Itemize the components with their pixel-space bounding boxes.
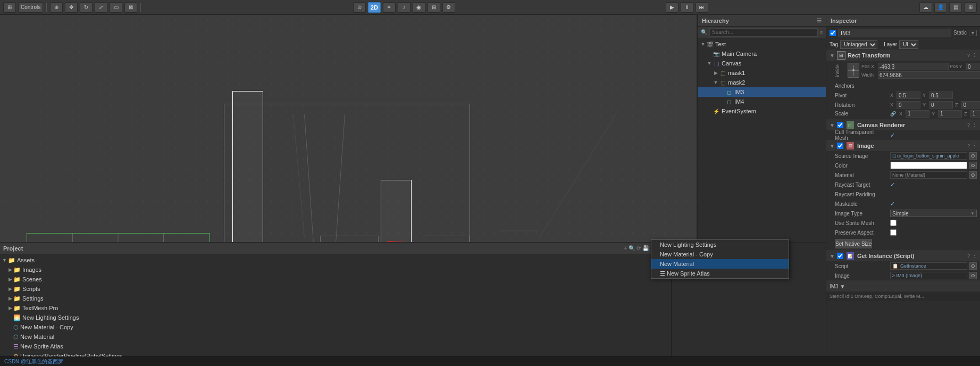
project-item-material[interactable]: ▶ ⬡ New Material [0, 332, 671, 342]
pause-btn[interactable]: ⏸ [681, 2, 693, 13]
material-picker-btn[interactable]: ⊙ [969, 171, 977, 179]
tree-item-mask2[interactable]: ▼ ⬚ mask2 [698, 78, 826, 87]
layers-btn[interactable]: ▤ [949, 2, 962, 13]
static-dropdown[interactable]: ▼ [969, 30, 977, 36]
canvas-renderer-info-btn[interactable]: ? [967, 122, 970, 128]
image-info-btn[interactable]: ? [967, 143, 970, 148]
project-item-assets[interactable]: ▼ 📁 Assets [0, 255, 671, 265]
play-btn[interactable]: ▶ [666, 2, 679, 13]
scripts-arrow[interactable]: ▶ [9, 286, 12, 292]
im3-bottom-label[interactable]: IM3 ▼ [830, 284, 845, 289]
all-btn[interactable]: ⊠ [124, 2, 137, 13]
tree-item-mask1[interactable]: ▶ ⬚ mask1 [698, 68, 826, 78]
tree-item-canvas[interactable]: ▼ ⬚ Canvas [698, 59, 826, 68]
scenes-arrow[interactable]: ▶ [9, 277, 12, 282]
mask1-rect[interactable] [27, 233, 210, 242]
scene-view[interactable]: Scene Game [0, 15, 697, 242]
settings-arrow[interactable]: ▶ [9, 296, 12, 301]
assets-arrow[interactable]: ▼ [2, 257, 7, 263]
project-item-textmesh[interactable]: ▶ 📁 TextMesh Pro [0, 303, 671, 313]
get-instance-header[interactable]: ▼ 📝 Get Instance (Script) ? ⋮ [826, 251, 980, 261]
object-active-checkbox[interactable] [830, 30, 836, 36]
hierarchy-menu-btn[interactable]: ☰ [817, 18, 822, 23]
anchor-preset-btn[interactable] [848, 63, 859, 78]
tree-item-test[interactable]: ▼ 🎬 Test [698, 39, 826, 49]
rect-transform-more-btn[interactable]: ⋮ [972, 53, 977, 58]
context-item-lighting[interactable]: New Lighting Settings [651, 240, 789, 249]
gizmos-btn[interactable]: ◉ [413, 2, 425, 13]
images-arrow[interactable]: ▶ [9, 267, 12, 272]
scale-z-field[interactable] [970, 110, 980, 118]
project-item-material-copy[interactable]: ▶ ⬡ New Material - Copy [0, 322, 671, 332]
project-item-lighting[interactable]: ▶ 🌅 New Lighting Settings [0, 313, 671, 322]
tag-dropdown[interactable]: Untagged [840, 40, 877, 49]
pivot-x-field[interactable] [897, 91, 920, 99]
hierarchy-collapse-icon[interactable]: ≡ [820, 30, 823, 35]
pivot-btn[interactable]: ⊙ [353, 2, 366, 13]
rot-x-field[interactable] [897, 101, 920, 109]
image-ref-picker-btn[interactable]: ⊙ [969, 272, 977, 279]
move-btn[interactable]: ✥ [65, 2, 78, 13]
rect-transform-info-btn[interactable]: ? [967, 53, 970, 58]
get-instance-more-btn[interactable]: ⋮ [972, 253, 977, 259]
scale-y-field[interactable] [938, 110, 962, 118]
project-sync-btn[interactable]: ⟳ [636, 245, 641, 251]
transform-btn[interactable]: ⊕ [50, 2, 63, 13]
tree-item-main-camera[interactable]: ▶ 📷 Main Camera [698, 49, 826, 59]
image-type-select[interactable]: Simple ▼ [890, 210, 977, 217]
hierarchy-search-input[interactable] [709, 28, 818, 37]
canvas-renderer-header[interactable]: ▼ ◻ Canvas Renderer ? ⋮ [826, 120, 980, 130]
source-image-picker-btn[interactable]: ⊙ [969, 152, 977, 160]
pivot-y-field[interactable] [929, 91, 953, 99]
image-enabled-checkbox[interactable] [837, 143, 843, 149]
tree-item-im3[interactable]: ▶ ◻ IM3 [698, 87, 826, 97]
pos-x-field[interactable] [878, 63, 949, 70]
scene-toggle-btn[interactable]: ⊞ [3, 2, 16, 13]
color-picker-btn[interactable]: ⊙ [969, 162, 977, 169]
tall-center-rect[interactable] [232, 91, 263, 242]
canvas-renderer-enabled-checkbox[interactable] [837, 122, 843, 128]
project-item-scripts[interactable]: ▶ 📁 Scripts [0, 284, 671, 294]
right-tall-rect[interactable] [381, 180, 412, 242]
script-field[interactable]: 📋 GetInstance [890, 262, 967, 270]
image-header[interactable]: ▼ 🖼 Image ? ⋮ [826, 140, 980, 151]
pos-y-field[interactable] [966, 63, 980, 70]
width-field[interactable] [878, 71, 980, 79]
tree-arrow-canvas[interactable]: ▼ [706, 61, 713, 66]
tree-arrow-test[interactable]: ▼ [700, 41, 706, 47]
layer-dropdown[interactable]: UI [899, 40, 918, 49]
project-item-urp-settings[interactable]: ▶ ⚙ UniversalRenderPipelineGlobalSetting… [0, 351, 671, 356]
layout-btn[interactable]: ⊞ [964, 2, 977, 13]
rect-transform-header[interactable]: ▼ ⊞ Rect Transform ? ⋮ [826, 50, 980, 61]
audio-btn[interactable]: ♪ [398, 2, 411, 13]
color-field[interactable] [890, 162, 967, 169]
tree-item-im4[interactable]: ▶ ◻ IM4 [698, 97, 826, 106]
context-item-material[interactable]: New Material [651, 259, 789, 269]
context-item-sprite-atlas[interactable]: ☰ New Sprite Atlas [651, 269, 789, 278]
material-field[interactable]: None (Material) [890, 171, 967, 179]
project-item-sprite-atlas[interactable]: ▶ ☰ New Sprite Atlas [0, 342, 671, 351]
view-btn[interactable]: ⊞ [428, 2, 440, 13]
tree-arrow-mask1[interactable]: ▶ [713, 70, 719, 76]
project-item-scenes[interactable]: ▶ 📁 Scenes [0, 274, 671, 284]
project-item-images[interactable]: ▶ 📁 Images [0, 265, 671, 274]
use-sprite-mesh-checkbox[interactable] [890, 220, 897, 226]
image-ref-field[interactable]: ≥ IM3 (Image) [890, 272, 967, 279]
settings-btn[interactable]: ⚙ [442, 2, 455, 13]
lighting-btn[interactable]: ☀ [383, 2, 396, 13]
controls-btn[interactable]: Controls [18, 2, 43, 13]
scale-x-field[interactable] [906, 110, 929, 118]
set-native-size-btn[interactable]: Set Native Size [835, 239, 872, 248]
cloud-btn[interactable]: ☁ [919, 2, 932, 13]
image-more-btn[interactable]: ⋮ [972, 143, 977, 148]
get-instance-info-btn[interactable]: ? [967, 253, 970, 259]
context-item-material-copy[interactable]: New Material - Copy [651, 249, 789, 259]
project-add-btn[interactable]: + [624, 245, 627, 251]
tree-arrow-mask2[interactable]: ▼ [713, 80, 719, 85]
rotate-btn[interactable]: ↻ [80, 2, 93, 13]
scale-btn[interactable]: ⤢ [95, 2, 107, 13]
2d-btn[interactable]: 2D [368, 2, 381, 13]
script-picker-btn[interactable]: ⊙ [969, 262, 977, 270]
tree-item-eventsystem[interactable]: ▶ ⚡ EventSystem [698, 106, 826, 116]
canvas-renderer-more-btn[interactable]: ⋮ [972, 122, 977, 128]
